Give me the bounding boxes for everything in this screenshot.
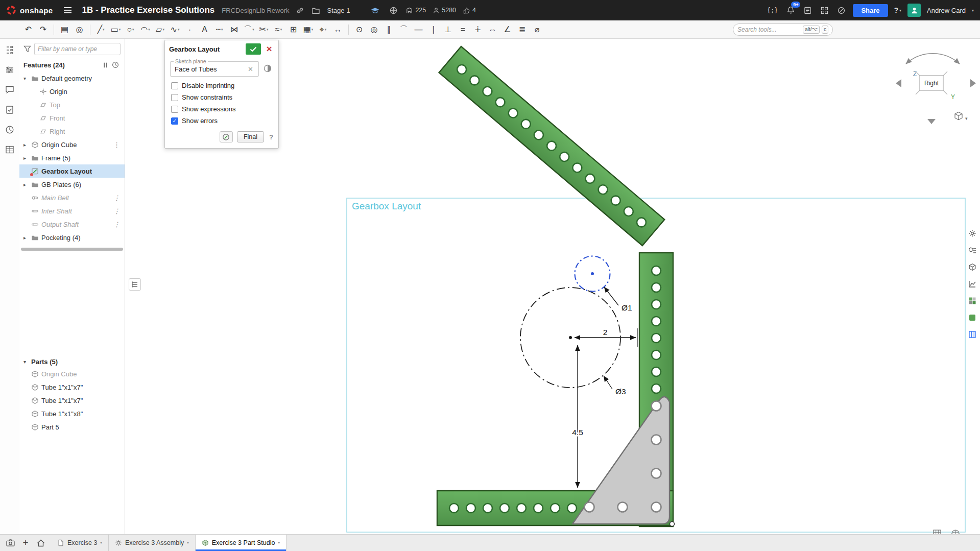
featurescript-icon[interactable]: {;} <box>766 5 780 15</box>
feature-item-gb-plates-6[interactable]: ▸GB Plates (6) <box>19 178 125 191</box>
workspace-name[interactable]: Stage 1 <box>327 7 350 14</box>
offset-tool-button[interactable]: ≈▾ <box>272 22 285 37</box>
rollback-bar[interactable] <box>21 248 123 251</box>
redo-tool-button[interactable]: ↷ <box>36 22 50 37</box>
feature-item-origin-cube[interactable]: ▸Origin Cube⋮ <box>19 138 125 151</box>
feature-item-front[interactable]: Front <box>19 111 125 125</box>
angle-constraint-tool-button[interactable]: ∠ <box>500 22 514 37</box>
vertical-constraint-tool-button[interactable]: | <box>426 22 440 37</box>
chart-icon[interactable] <box>966 278 978 290</box>
view-menu-button[interactable]: ▾ <box>955 112 968 122</box>
camera-icon[interactable] <box>4 537 16 549</box>
sketch-center-point[interactable] <box>569 336 572 339</box>
sketch-pencil-icon[interactable] <box>220 131 233 142</box>
tab-exercise-3-part-studio[interactable]: Exercise 3 Part Studio▾ <box>196 535 286 551</box>
dimension-diameter-small[interactable]: Ø1 <box>604 287 632 312</box>
slot-tool-button[interactable]: ▱▾ <box>153 22 167 37</box>
arc-tool-button[interactable]: ◠▾ <box>138 22 152 37</box>
cube-icon[interactable] <box>966 261 978 273</box>
tables-grid-icon[interactable] <box>4 143 16 156</box>
gusset-plate-part[interactable] <box>572 397 670 524</box>
overflow-dots-icon[interactable]: ⋮ <box>113 221 120 228</box>
coincident-constraint-tool-button[interactable]: ⊙ <box>352 22 366 37</box>
comments-icon[interactable] <box>4 84 16 96</box>
notes-icon[interactable] <box>802 5 813 16</box>
sketch-endpoint[interactable] <box>670 522 675 526</box>
view-face-label[interactable]: Right <box>924 80 939 87</box>
feature-list-icon[interactable] <box>4 44 16 56</box>
home-icon[interactable] <box>35 537 47 549</box>
search-tools-box[interactable]: alt/⌥ c <box>733 23 833 36</box>
table-columns-icon[interactable] <box>966 328 978 341</box>
part-item-tube-1-x1-x7[interactable]: Tube 1"x1"x7" <box>19 380 125 394</box>
clear-selection-icon[interactable]: ✕ <box>247 65 254 73</box>
line-tool-button[interactable]: ╱▾ <box>94 22 108 37</box>
feature-item-inter-shaft[interactable]: Inter Shaft⋮ <box>19 204 125 218</box>
transform-tool-button[interactable]: ⌖▾ <box>316 22 330 37</box>
link-icon[interactable] <box>295 5 305 16</box>
avatar[interactable] <box>907 4 921 17</box>
rotate-right-arrow[interactable] <box>970 79 976 87</box>
option-show-expressions[interactable]: Show expressions <box>171 103 272 115</box>
symmetric-constraint-tool-button[interactable]: ⇔ <box>486 22 499 37</box>
rotate-down-arrow[interactable] <box>927 119 936 124</box>
curve-pattern-tool-button[interactable]: ≣ <box>515 22 529 37</box>
undo-tool-button[interactable]: ↶ <box>21 22 35 37</box>
dimension-d1-text[interactable]: Ø1 <box>622 303 632 312</box>
rotate-arc[interactable] <box>906 54 960 64</box>
dimension-height-offset[interactable]: 4.5 <box>572 345 583 488</box>
center-circle-tool-button[interactable]: ○▾ <box>124 22 137 37</box>
midpoint-constraint-tool-button[interactable]: ∔ <box>471 22 485 37</box>
part-item-tube-1-x1-x8[interactable]: Tube 1"x1"x8" <box>19 407 125 420</box>
cancel-button[interactable]: × <box>264 43 274 55</box>
mirror-tool-button[interactable]: ⋈ <box>227 22 241 37</box>
accept-button[interactable] <box>246 43 261 55</box>
sketch-entities[interactable]: 2 4.5 Ø1 Ø3 <box>520 256 637 488</box>
parts-header[interactable]: ▾ Parts (5) <box>19 356 125 367</box>
user-name[interactable]: Andrew Card <box>927 7 966 14</box>
offline-status-icon[interactable] <box>836 5 847 16</box>
option-show-constraints[interactable]: Show constraints <box>171 91 272 103</box>
feature-item-frame-5[interactable]: ▸Frame (5) <box>19 151 125 164</box>
construction-tool-button[interactable]: ┄▾ <box>212 22 226 37</box>
checkbox-checked[interactable]: ✓ <box>171 117 178 125</box>
configurations-icon[interactable] <box>4 64 16 76</box>
equal-constraint-tool-button[interactable]: = <box>456 22 470 37</box>
material-icon[interactable] <box>966 312 978 324</box>
trim-tool-button[interactable]: ✂▾ <box>257 22 271 37</box>
pattern-tool-button[interactable]: ▦▾ <box>301 22 315 37</box>
overflow-dots-icon[interactable]: ⋮ <box>113 141 120 149</box>
dimension-diameter-large[interactable]: Ø3 <box>604 376 626 396</box>
final-button[interactable]: Final <box>237 131 264 142</box>
corner-rectangle-tool-button[interactable]: ▭▾ <box>109 22 123 37</box>
onshape-logo[interactable]: onshape <box>6 5 53 15</box>
caret-right-icon[interactable]: ▸ <box>23 142 31 148</box>
perpendicular-constraint-tool-button[interactable]: ⊥ <box>441 22 455 37</box>
caret-down-icon[interactable]: ▾ <box>23 76 31 81</box>
caret-right-icon[interactable]: ▸ <box>23 155 31 161</box>
palette-icon[interactable] <box>966 295 978 307</box>
half-shaded-circle-icon[interactable] <box>262 61 273 74</box>
spline-tool-button[interactable]: ∿▾ <box>168 22 182 37</box>
menu-icon[interactable] <box>62 5 74 15</box>
pause-bars-icon[interactable] <box>101 60 110 70</box>
dimension-center-offset[interactable]: 2 <box>575 328 637 347</box>
feature-item-default-geometry[interactable]: ▾Default geometry <box>19 71 125 85</box>
education-icon[interactable] <box>369 6 381 15</box>
option-show-errors[interactable]: ✓Show errors <box>171 115 272 127</box>
feature-item-main-belt[interactable]: Main Belt⋮ <box>19 191 125 204</box>
history-clock-icon[interactable] <box>4 124 16 136</box>
dimension-45-text[interactable]: 4.5 <box>572 428 583 437</box>
clock-icon[interactable] <box>110 60 121 70</box>
checkbox-unchecked[interactable] <box>171 94 178 101</box>
feature-item-pocketing-4[interactable]: ▸Pocketing (4) <box>19 231 125 244</box>
view-cube[interactable]: Z Y Right ▾ <box>895 49 978 126</box>
feature-item-gearbox-layout[interactable]: Gearbox Layout <box>19 164 125 178</box>
overflow-dots-icon[interactable]: ⋮ <box>113 207 120 215</box>
fillet-tool-button[interactable]: ⌒▾ <box>242 22 256 37</box>
concentric-constraint-tool-button[interactable]: ◎ <box>367 22 381 37</box>
caret-right-icon[interactable]: ▸ <box>23 235 31 241</box>
feature-item-output-shaft[interactable]: Output Shaft⋮ <box>19 218 125 231</box>
help-menu[interactable]: ? ▾ <box>894 6 902 14</box>
globe-icon[interactable] <box>388 5 399 16</box>
